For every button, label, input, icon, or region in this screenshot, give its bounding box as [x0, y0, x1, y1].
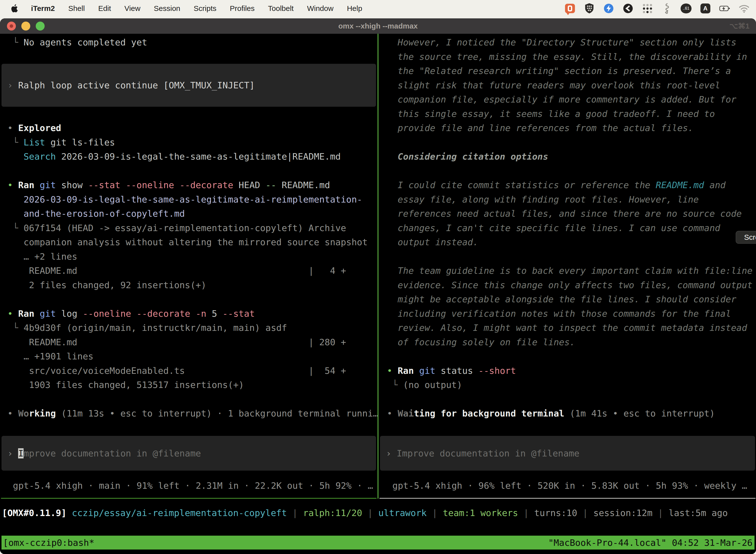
terminal-line: including verification notes with those …	[387, 307, 756, 321]
left-status-line: gpt-5.4 xhigh · main · 91% left · 2.31M …	[0, 479, 378, 493]
terminal-line	[387, 392, 756, 406]
terminal-line: src/voice/voiceModeEnabled.ts | 54 +	[7, 364, 378, 378]
wifi-icon[interactable]	[739, 3, 750, 14]
terminal-line: … +2 lines	[7, 250, 378, 264]
screen-tooltip: Scre	[736, 231, 756, 244]
right-pane-rows: However, I noticed the "Directory Struct…	[378, 35, 756, 421]
terminal-line	[7, 50, 378, 64]
battery-charging-icon[interactable]	[719, 3, 730, 14]
terminal-line: • Ran git status --short	[387, 364, 756, 378]
percent-badge-icon[interactable]: ..61	[681, 3, 692, 14]
terminal-line: 2026-03-09-is-legal-the-same-as-legitima…	[7, 192, 378, 207]
left-input-text: mprove documentation in @filename	[23, 448, 201, 458]
right-pane[interactable]: However, I noticed the "Directory Struct…	[378, 34, 756, 554]
shield-icon[interactable]	[584, 3, 595, 14]
tmux-status-bar: [omx-cczip0:bash* "MacBook-Pro-44.local"…	[1, 536, 755, 550]
input-source-icon[interactable]: A	[700, 3, 711, 14]
terminal-line	[387, 135, 756, 150]
terminal-line: The team guideline is to back every impo…	[387, 264, 756, 278]
terminal-line	[7, 64, 378, 78]
percent-badge: ..61	[681, 3, 692, 13]
terminal-line: └ (no output)	[387, 378, 756, 392]
terminal-line: the "Related research writing" section i…	[387, 64, 756, 78]
terminal-line	[7, 392, 378, 406]
left-pane[interactable]: └ No agents completed yet› Ralph loop ac…	[0, 34, 378, 554]
terminal-line: output instead.	[387, 235, 756, 250]
terminal-line: README.md | 4 +	[7, 264, 378, 278]
left-prompt-input[interactable]: › Improve documentation in @filename	[1, 436, 376, 470]
terminal-line: README.md | 280 +	[7, 335, 378, 349]
terminal-line	[7, 92, 378, 107]
apple-icon[interactable]	[10, 3, 18, 13]
terminal-line: • Waiting for background terminal (1m 41…	[387, 406, 756, 421]
chat-bubble-inner	[568, 5, 572, 11]
terminal-line	[7, 107, 378, 121]
terminal-line: changes, I can't cite specific file line…	[387, 221, 756, 235]
tmux-host-clock: "MacBook-Pro-44.local" 04:52 31-Mar-26	[548, 538, 755, 548]
menu-item-session[interactable]: Session	[147, 0, 187, 17]
prompt-chevron-icon: ›	[386, 448, 397, 458]
menu-item-view[interactable]: View	[118, 0, 147, 17]
right-prompt-input[interactable]: › Improve documentation in @filename	[380, 436, 755, 470]
terminal-line: companion analysis without altering the …	[7, 235, 378, 250]
menu-item-profiles[interactable]: Profiles	[223, 0, 261, 17]
terminal-line: • Ran git show --stat --oneline --decora…	[7, 178, 378, 192]
terminal-line: └ List git ls-files	[7, 135, 378, 150]
menu-item-help[interactable]: Help	[340, 0, 369, 17]
dots-grid-icon[interactable]	[642, 3, 653, 14]
terminal-line: › Ralph loop active continue [OMX_TMUX_I…	[7, 78, 378, 93]
terminal-line: of focusing solely on file lines.	[387, 335, 756, 349]
menu-item-scripts[interactable]: Scripts	[187, 0, 223, 17]
chevron-circle-icon[interactable]	[623, 3, 633, 14]
menu-item-shell[interactable]: Shell	[62, 0, 91, 17]
right-status-line: gpt-5.4 xhigh · 96% left · 520K in · 5.8…	[378, 479, 756, 493]
terminal-line: └ 4b9d30f (origin/main, instructkr/main,…	[7, 321, 378, 335]
terminal-line	[387, 349, 756, 364]
squiggle-icon[interactable]	[661, 3, 672, 14]
terminal-line: I could cite commit statistics or refere…	[387, 178, 756, 192]
dots-grid	[643, 4, 652, 13]
window-shortcut-badge: ⌥⌘1	[730, 18, 750, 34]
menu-item-iterm2[interactable]: iTerm2	[24, 0, 62, 17]
terminal-line: evidence. Since this change only affects…	[387, 278, 756, 292]
menu-item-window[interactable]: Window	[300, 0, 340, 17]
terminal-area: └ No agents completed yet› Ralph loop ac…	[0, 34, 756, 554]
menu-item-toolbelt[interactable]: Toolbelt	[261, 0, 300, 17]
chat-bubble-shape	[565, 4, 575, 13]
terminal-line: might be acceptable alongside the file l…	[387, 292, 756, 307]
tmux-session-label: [omx-cczip0:bash*	[1, 538, 94, 548]
terminal-line: companion file, especially if more comme…	[387, 92, 756, 107]
terminal-line: slight risk that future readers may over…	[387, 78, 756, 93]
terminal-line: … +1901 lines	[7, 349, 378, 364]
terminal-line: [OMX#0.11.9] cczip/essay/ai-reimplementa…	[0, 506, 756, 520]
terminal-line: Search 2026-03-09-is-legal-the-same-as-l…	[7, 150, 378, 164]
left-pane-border	[1, 498, 377, 499]
omx-status-bar: [OMX#0.11.9] cczip/essay/ai-reimplementa…	[0, 506, 756, 520]
status-icons: ..61 A	[565, 3, 750, 14]
terminal-line: references need actual files, and since …	[387, 207, 756, 221]
menu-item-edit[interactable]: Edit	[91, 0, 118, 17]
terminal-line	[7, 292, 378, 307]
bolt-circle-icon[interactable]	[603, 3, 614, 14]
terminal-line: • Explored	[7, 121, 378, 135]
terminal-line: 2 files changed, 92 insertions(+)	[7, 278, 378, 292]
terminal-line: └ 067f154 (HEAD -> essay/ai-reimplementa…	[7, 221, 378, 235]
terminal-line: • Ran git log --oneline --decorate -n 5 …	[7, 307, 378, 321]
terminal-line	[387, 250, 756, 264]
terminal-line: essay file, along with finding root file…	[387, 192, 756, 207]
terminal-line: provide file and line references from th…	[387, 121, 756, 135]
terminal-line	[387, 164, 756, 178]
terminal-line: Considering citation options	[387, 150, 756, 164]
terminal-line: and-the-erosion-of-copyleft.md	[7, 207, 378, 221]
prompt-chevron-icon: ›	[7, 448, 18, 458]
terminal-line: 1903 files changed, 513517 insertions(+)	[7, 378, 378, 392]
window-title: omx --xhigh --madmax	[0, 18, 756, 34]
menu-items: iTerm2ShellEditViewSessionScriptsProfile…	[24, 0, 369, 17]
terminal-line: review. Also, I might want to inspect th…	[387, 321, 756, 335]
chat-bubble-icon[interactable]	[565, 3, 575, 14]
input-source-key: A	[700, 3, 710, 13]
terminal-line: └ No agents completed yet	[7, 35, 378, 50]
menu-bar: iTerm2ShellEditViewSessionScriptsProfile…	[0, 0, 756, 17]
right-input-text: Improve documentation in @filename	[397, 448, 579, 458]
right-pane-border	[379, 498, 756, 499]
